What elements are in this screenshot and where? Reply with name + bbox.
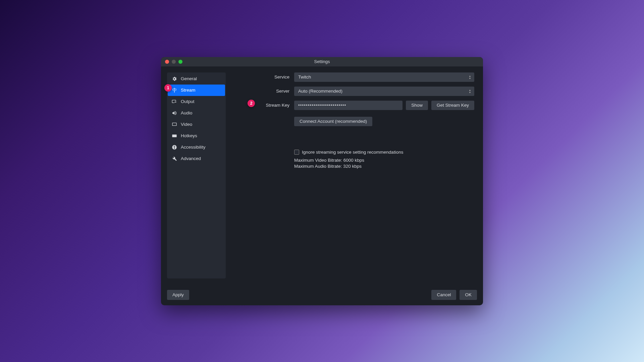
service-dropdown[interactable]: Twitch ▲▼ (294, 72, 474, 82)
sidebar-item-audio[interactable]: Audio (168, 107, 225, 119)
accessibility-icon (172, 145, 177, 150)
sidebar-item-label: Stream (181, 88, 196, 93)
sidebar-item-label: General (181, 76, 197, 81)
service-row: Service Twitch ▲▼ (234, 72, 474, 82)
show-button[interactable]: Show (406, 101, 428, 110)
annotation-badge-1: 1 (164, 84, 172, 92)
chevron-updown-icon: ▲▼ (467, 72, 473, 82)
antenna-icon (172, 88, 177, 93)
server-label: Server (234, 89, 291, 94)
server-dropdown[interactable]: Auto (Recommended) ▲▼ (294, 87, 474, 96)
sidebar-item-hotkeys[interactable]: Hotkeys (168, 130, 225, 142)
apply-button[interactable]: Apply (167, 290, 189, 300)
maximize-window-button[interactable] (178, 60, 182, 64)
connect-account-button[interactable]: Connect Account (recommended) (294, 117, 372, 126)
annotation-badge-2: 2 (248, 100, 255, 107)
sidebar-item-stream[interactable]: Stream (168, 85, 225, 96)
server-value: Auto (Recommended) (298, 89, 342, 94)
stream-key-input[interactable]: ••••••••••••••••••••••••• (294, 101, 402, 110)
window-title: Settings (314, 59, 330, 64)
service-label: Service (234, 74, 291, 80)
sidebar-item-label: Hotkeys (181, 133, 197, 138)
footer: Apply Cancel OK (161, 285, 483, 305)
stream-key-label: Stream Key (234, 103, 291, 108)
sidebar-item-label: Advanced (181, 156, 201, 161)
sidebar-item-label: Accessibility (181, 145, 206, 150)
sidebar-item-label: Video (181, 122, 192, 127)
stream-key-row: Stream Key ••••••••••••••••••••••••• Sho… (234, 101, 474, 110)
ignore-recommendations-checkbox[interactable] (294, 150, 299, 155)
stream-key-value: ••••••••••••••••••••••••• (298, 103, 346, 108)
sidebar-item-label: Audio (181, 110, 193, 115)
minimize-window-button[interactable] (172, 60, 176, 64)
service-value: Twitch (298, 74, 311, 80)
ok-button[interactable]: OK (460, 290, 477, 300)
sidebar: General Stream Output Audio Video Hotkey… (167, 72, 226, 278)
keyboard-icon (172, 133, 177, 139)
output-icon (172, 99, 177, 104)
gear-icon (172, 76, 177, 82)
window-body: 1 2 General Stream Output Audio Video (161, 66, 483, 285)
sidebar-item-general[interactable]: General (168, 73, 225, 85)
ignore-recommendations-label: Ignore streaming service setting recomme… (302, 150, 403, 155)
bitrate-info: Maximum Video Bitrate: 6000 kbps Maximum… (294, 157, 474, 170)
monitor-icon (172, 122, 177, 127)
ignore-recommendations-row: Ignore streaming service setting recomme… (294, 150, 474, 155)
sidebar-item-advanced[interactable]: Advanced (168, 153, 225, 164)
settings-window: Settings 1 2 General Stream Output Audio (161, 57, 483, 305)
sidebar-item-accessibility[interactable]: Accessibility (168, 142, 225, 153)
sidebar-item-output[interactable]: Output (168, 96, 225, 107)
close-window-button[interactable] (165, 60, 169, 64)
cancel-button[interactable]: Cancel (431, 290, 456, 300)
max-audio-bitrate: Maximum Audio Bitrate: 320 kbps (294, 163, 474, 170)
get-stream-key-button[interactable]: Get Stream Key (431, 101, 474, 110)
sidebar-item-video[interactable]: Video (168, 119, 225, 130)
connect-row: Connect Account (recommended) (294, 117, 474, 126)
speaker-icon (172, 110, 177, 116)
titlebar: Settings (161, 57, 483, 66)
tools-icon (172, 156, 177, 161)
main-panel: Service Twitch ▲▼ Server Auto (Recommend… (226, 66, 483, 285)
traffic-lights (165, 60, 182, 64)
max-video-bitrate: Maximum Video Bitrate: 6000 kbps (294, 157, 474, 164)
chevron-updown-icon: ▲▼ (467, 87, 473, 96)
server-row: Server Auto (Recommended) ▲▼ (234, 87, 474, 96)
sidebar-item-label: Output (181, 99, 195, 104)
